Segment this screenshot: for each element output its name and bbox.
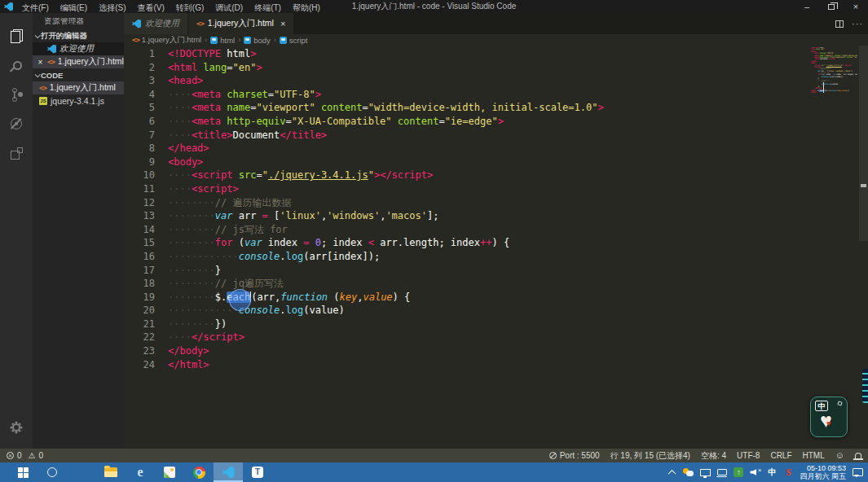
code-line[interactable]: 17········} (124, 264, 868, 278)
taskbar-start-button[interactable] (8, 462, 37, 482)
tray-ime-zh-button[interactable]: 中 (767, 466, 777, 479)
taskbar-edge-button[interactable] (126, 462, 155, 482)
code-line[interactable]: 21········}) (124, 318, 868, 331)
edge-docked-widget[interactable] (862, 369, 868, 403)
activity-search-button[interactable] (0, 50, 33, 80)
minimize-button[interactable]: – (795, 0, 819, 13)
code-line[interactable]: 16············console.log(arr[index]); (124, 250, 868, 264)
breadcrumb-symbol[interactable]: html (210, 36, 235, 45)
status-item[interactable]: 行 19, 列 15 (已选择4) (610, 450, 690, 462)
activity-debug-button[interactable] (0, 109, 33, 138)
activity-bar-bottom (0, 413, 33, 442)
code-line[interactable]: 1<!DOCTYPE html> (124, 47, 868, 61)
menu-item-3[interactable]: 查看(V) (131, 3, 170, 12)
menu-item-2[interactable]: 选择(S) (93, 3, 131, 12)
ime-tools-icon[interactable] (837, 401, 842, 405)
close-button[interactable]: × (844, 0, 868, 13)
activity-extensions-button[interactable] (0, 138, 33, 168)
more-actions-icon[interactable]: ··· (852, 19, 863, 28)
sidebar-file-row[interactable]: 1.jquery入门.html (33, 81, 124, 94)
menu-item-7[interactable]: 帮助(H) (287, 3, 326, 12)
breadcrumb-file[interactable]: 1.jquery入门.html (132, 35, 201, 46)
status-item[interactable]: ☺ (835, 450, 844, 462)
taskbar-vscode-button[interactable] (214, 462, 243, 482)
activity-explorer-button[interactable] (0, 21, 33, 50)
status-item[interactable] (855, 450, 861, 462)
code-line[interactable]: 7····<title>Document</title> (124, 129, 868, 142)
sidebar-file-row[interactable]: jquery-3.4.1.js (33, 94, 124, 107)
symbol-label: body (253, 36, 271, 45)
code-line[interactable]: 10····<script src="./jquery-3.4.1.js"></… (124, 169, 868, 182)
code-line[interactable]: 9<body> (124, 156, 868, 169)
menu-item-4[interactable]: 转到(G) (170, 3, 209, 12)
code-line[interactable]: 20············console.log(value) (124, 304, 868, 318)
weather-icon (683, 468, 694, 476)
status-item[interactable]: 0 (7, 451, 22, 460)
menu-item-0[interactable]: 文件(F) (16, 3, 55, 12)
sidebar-file-row[interactable]: 欢迎使用 (33, 42, 124, 55)
action-center-button[interactable] (853, 466, 863, 479)
tray-volume-muted-button[interactable] (750, 466, 760, 479)
status-item[interactable]: Port : 5500 (549, 450, 600, 462)
status-item[interactable]: 空格: 4 (701, 450, 726, 462)
token-str: "UTF-8" (274, 89, 315, 100)
activity-settings-button[interactable] (0, 413, 33, 442)
scrollbar[interactable] (859, 46, 868, 241)
code-line[interactable]: 12········// 遍历输出数据 (124, 196, 868, 210)
breadcrumb-symbol[interactable]: script (280, 36, 308, 45)
code-line[interactable]: 2<html lang="en"> (124, 61, 868, 75)
tab-file[interactable]: 1.jquery入门.html× (188, 13, 293, 34)
status-item[interactable]: HTML (803, 450, 825, 462)
tray-display-button[interactable] (700, 466, 711, 479)
section-header-1[interactable]: CODE (33, 68, 124, 81)
code-line[interactable]: 8</head> (124, 142, 868, 156)
taskbar-chrome-button[interactable] (184, 462, 214, 482)
html-icon (196, 20, 204, 28)
taskbar-photos-button[interactable] (155, 462, 184, 482)
breadcrumb-symbol[interactable]: body (244, 36, 271, 45)
tray-chevron-up-button[interactable] (667, 466, 676, 479)
code-line[interactable]: 14········// js写法 for (124, 223, 868, 237)
sogou-icon: S (786, 467, 791, 477)
menu-item-5[interactable]: 调试(D) (209, 3, 249, 12)
code-line[interactable]: 22····</script> (124, 331, 868, 344)
activity-git-button[interactable] (0, 80, 33, 109)
taskbar-file-explorer-button[interactable] (96, 462, 126, 482)
code-line[interactable]: 13········var arr = ['linux','windows','… (124, 209, 868, 223)
code-line[interactable]: 3<head> (124, 74, 868, 88)
status-item[interactable]: ⚠0 (29, 451, 44, 460)
tab-close-icon[interactable]: × (280, 19, 285, 28)
taskbar-typora-button[interactable] (243, 462, 272, 482)
status-item[interactable]: UTF-8 (737, 450, 760, 462)
code-line[interactable]: 11····<script> (124, 182, 868, 196)
sogou-ime-widget[interactable]: 中 ♥ ♥ (810, 397, 848, 437)
token-txt (309, 237, 315, 248)
tray-weather-button[interactable] (683, 466, 694, 479)
code-line[interactable]: 6····<meta http-equiv="X-UA-Compatible" … (124, 115, 868, 129)
code-line[interactable]: 18········// jq遍历写法 (124, 277, 868, 291)
taskbar-cortana-button[interactable] (37, 462, 67, 482)
split-editor-icon[interactable] (835, 20, 844, 28)
sidebar-file-row[interactable]: ×1.jquery入门.html (33, 55, 124, 68)
tab-welcome[interactable]: 欢迎使用 (124, 13, 187, 34)
tray-sogou-button[interactable]: S (783, 466, 793, 479)
tray-device-button[interactable] (717, 466, 727, 479)
close-icon[interactable]: × (37, 58, 44, 67)
menu-item-1[interactable]: 编辑(E) (55, 3, 93, 12)
status-item[interactable]: CRLF (770, 450, 791, 462)
code-editor[interactable]: 1<!DOCTYPE html>2<html lang="en">3<head>… (124, 46, 868, 449)
section-header-0[interactable]: 打开的编辑器 (33, 29, 124, 42)
code-line[interactable]: 23</body> (124, 344, 868, 358)
taskbar-pinwheel-browser-button[interactable] (67, 462, 96, 482)
code-line[interactable]: 5····<meta name="viewport" content="widt… (124, 101, 868, 115)
code-line[interactable]: 15········for (var index = 0; index < ar… (124, 236, 868, 250)
menu-item-6[interactable]: 终端(T) (249, 3, 287, 12)
code-line[interactable]: 19········$.each(arr,function (key,value… (124, 291, 868, 305)
tray-update-button[interactable] (734, 466, 743, 479)
code-line[interactable]: 24</html> (124, 358, 868, 372)
token-tag: > (256, 62, 262, 73)
code-line[interactable]: 4····<meta charset="UTF-8"> (124, 88, 868, 102)
restore-button[interactable] (819, 0, 844, 13)
minimap[interactable]: 1<!DOCTYPE html>2<html lang="en">3<head>… (810, 47, 857, 94)
taskbar-clock[interactable]: 05-10 09:53 四月初六 周五 (800, 464, 846, 480)
